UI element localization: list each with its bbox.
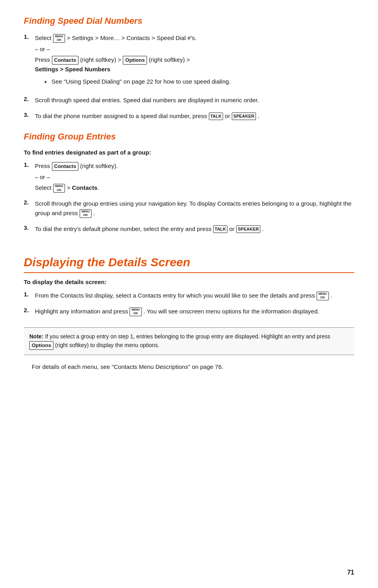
group-step1-number: 1. [24,161,35,168]
displaying-details-section: Displaying the Details Screen To display… [24,256,354,316]
note-text-after: (right softkey) to display the menu opti… [55,342,159,348]
contacts-key-1: Contacts [52,56,79,65]
step1-bullets: ▪ See "Using Speed Dialing" on page 22 f… [44,77,354,87]
right-softkey-2: (right softkey) > [149,56,190,63]
bullet-marker: ▪ [44,77,52,87]
details-step1-number: 1. [24,291,35,298]
details-step2-number: 2. [24,307,35,313]
step3-text-after: . [258,113,259,119]
step2-content: Scroll through speed dial entries. Speed… [35,95,354,105]
group-step3-content: To dial the entry's default phone number… [35,224,354,233]
details-step2-content: Highlight any information and press MENU… [35,307,354,316]
group-step2-number: 2. [24,199,35,206]
note-box: Note: If you select a group entry on ste… [24,327,354,355]
speed-dial-step3: 3. To dial the phone number assigned to … [24,111,354,120]
group-or-word: or [229,225,237,232]
right-softkey-1: (right softkey) > [80,56,123,63]
group-step1: 1. Press Contacts (right softkey). – or … [24,161,354,193]
details-step2-text-after: . You will see onscreen menu options for… [143,308,319,315]
contacts-key-2: Contacts [52,162,79,171]
group-press-label: Press [35,162,52,169]
details-step1: 1. From the Contacts list display, selec… [24,291,354,300]
details-step1-period: . [330,292,332,299]
speed-dial-step2: 2. Scroll through speed dial entries. Sp… [24,95,354,105]
group-right-softkey: (right softkey). [80,162,118,169]
step1-number: 1. [24,33,35,40]
note-text-before: If you select a group entry on step 1, e… [45,333,330,340]
group-step1-content: Press Contacts (right softkey). – or – S… [35,161,354,193]
select-label-2: Select [35,184,53,191]
menu-ok-icon-5: MENU OK [130,307,142,316]
or-word-1: or [225,113,232,119]
group-step3-number: 3. [24,224,35,231]
speaker-key-1: SPEAKER [232,113,256,120]
step1-select-label: Select [35,34,53,41]
press-label: Press [35,56,52,63]
step1-settings-path: Settings > Speed Numbers [35,65,354,74]
menu-ok-icon-2: MENU OK [53,184,65,193]
step1-or: – or – [35,44,354,53]
menu-ok-icon-3: MENU OK [80,209,92,218]
step3-text-before: To dial the phone number assigned to a s… [35,113,209,119]
step1-content: Select MENU OK > Settings > More… > Cont… [35,33,354,89]
bullet-item-1: ▪ See "Using Speed Dialing" on page 22 f… [44,77,354,87]
group-step2-content: Scroll through the group entries using y… [35,199,354,218]
details-step2: 2. Highlight any information and press M… [24,307,354,316]
finding-speed-dial-section: Finding Speed Dial Numbers 1. Select MEN… [24,16,354,120]
group-step3-text: To dial the entry's default phone number… [35,225,213,232]
details-step2-text: Highlight any information and press [35,308,130,315]
options-key-1: Options [123,56,147,65]
page-number: 71 [347,569,354,576]
finding-speed-dial-title: Finding Speed Dial Numbers [24,16,354,26]
details-step1-text: From the Contacts list display, select a… [35,292,317,299]
step3-content: To dial the phone number assigned to a s… [35,111,354,120]
details-step1-content: From the Contacts list display, select a… [35,291,354,300]
talk-key-1: TALK [209,113,223,120]
group-or: – or – [35,172,354,181]
group-step2: 2. Scroll through the group entries usin… [24,199,354,218]
talk-key-2: TALK [213,225,228,233]
bullet-text-1: See "Using Speed Dialing" on page 22 for… [52,77,231,86]
note-label: Note: [29,333,44,340]
footer-text: For details of each menu, see "Contacts … [24,362,354,372]
step1-text-after: > Settings > More… > Contacts > Speed Di… [67,34,197,41]
contacts-path: > Contacts. [67,184,99,191]
group-step3: 3. To dial the entry's default phone num… [24,224,354,233]
options-key-note: Options [29,341,53,350]
group-subheading: To find entries designated as part of a … [24,149,354,156]
details-subheading: To display the details screen: [24,279,354,285]
menu-ok-icon-1: MENU OK [53,34,65,43]
displaying-details-title: Displaying the Details Screen [24,256,354,273]
menu-ok-icon-4: MENU OK [317,292,329,300]
group-step3-period: . [262,225,263,232]
speaker-key-2: SPEAKER [236,225,260,233]
step2-number: 2. [24,95,35,102]
speed-dial-step1: 1. Select MENU OK > Settings > More… > C… [24,33,354,89]
group-select-line: Select MENU OK > Contacts. [35,183,354,193]
finding-group-section: Finding Group Entries To find entries de… [24,132,354,233]
step3-number: 3. [24,111,35,118]
step1-press-line: Press Contacts (right softkey) > Options… [35,55,354,65]
finding-group-title: Finding Group Entries [24,132,354,142]
group-step2-period: . [93,210,95,216]
